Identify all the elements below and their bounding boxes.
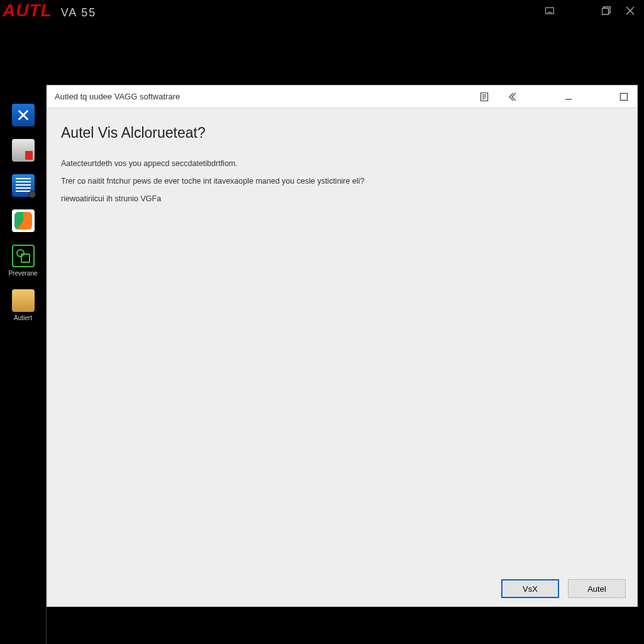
- svg-rect-17: [621, 93, 628, 100]
- dialog-line-3: riewoatiriicui ih strunio VGFa: [61, 193, 623, 204]
- notes-icon: [12, 174, 35, 197]
- dialog-window: Autled tq uudee VAGG softwatrare Autel V…: [47, 85, 638, 607]
- close-icon[interactable]: [625, 6, 635, 16]
- svg-rect-0: [545, 8, 553, 14]
- window-controls: [545, 6, 644, 16]
- bag-icon: [12, 289, 35, 312]
- orange-swirl-icon: [12, 209, 35, 232]
- dialog-back-icon[interactable]: [506, 91, 518, 103]
- rail-item-preview[interactable]: Preverane: [9, 245, 37, 277]
- dialog-title-text: Autled tq uudee VAGG softwatrare: [55, 92, 180, 101]
- blue-x-icon: [12, 104, 35, 126]
- secondary-button[interactable]: Autel: [568, 579, 626, 598]
- restore-icon[interactable]: [601, 6, 611, 16]
- keyboard-icon[interactable]: [545, 6, 555, 16]
- rail-item-palette[interactable]: [9, 209, 37, 232]
- side-rail: Preverane Autiert: [0, 85, 47, 644]
- rail-item-autiert[interactable]: Autiert: [9, 289, 37, 321]
- svg-rect-7: [602, 8, 609, 14]
- rail-label-autiert: Autiert: [14, 314, 32, 321]
- grey-doc-icon: [12, 139, 35, 162]
- dialog-line-2: Trer co naitit fntchur pews de ever toch…: [61, 175, 623, 187]
- app-topbar: AUTL VA 55: [0, 0, 644, 21]
- rail-label-preview: Preverane: [8, 270, 37, 277]
- dialog-heading: Autel Vis Alclorueteat?: [61, 125, 623, 142]
- rail-item-doc[interactable]: [9, 139, 37, 162]
- rail-item-notes[interactable]: [9, 174, 37, 197]
- dialog-titlebar: Autled tq uudee VAGG softwatrare: [47, 86, 637, 108]
- brand-sub: VA 55: [61, 7, 97, 18]
- dialog-minimize-icon[interactable]: [563, 91, 574, 103]
- dialog-body: Autel Vis Alclorueteat? Aatecteurtdeth v…: [47, 108, 637, 571]
- brand: AUTL VA 55: [0, 2, 96, 19]
- rail-item-vx[interactable]: [9, 104, 37, 126]
- dialog-doc-icon[interactable]: [479, 91, 490, 103]
- primary-button[interactable]: VsX: [501, 579, 559, 598]
- dialog-line-1: Aatecteurtdeth vos you appecd seccdateti…: [61, 158, 623, 169]
- dialog-footer: VsX Autel: [47, 571, 637, 606]
- brand-logo: AUTL: [3, 2, 52, 19]
- green-preview-icon: [12, 245, 35, 267]
- dialog-maximize-icon[interactable]: [618, 91, 630, 103]
